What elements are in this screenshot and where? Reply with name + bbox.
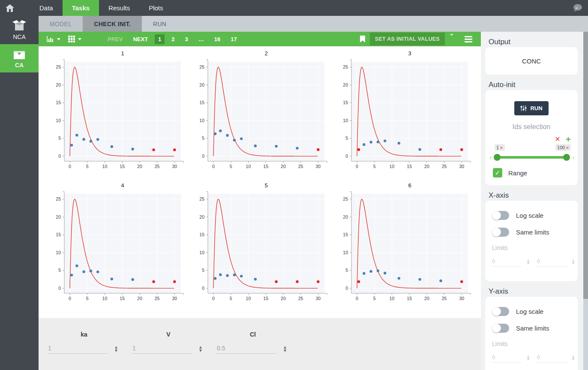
svg-text:5: 5 — [86, 296, 89, 301]
subject-plots-grid: 0510152025051015202530105101520250510152… — [39, 46, 481, 310]
xaxis-limit-min-spinner[interactable]: ▲▼ — [526, 259, 530, 265]
svg-text:5: 5 — [230, 164, 232, 169]
plots-toolbar: PREV NEXT 123…1617 SET AS INITIAL VALUES — [39, 32, 481, 46]
range-checkbox[interactable]: ✓ — [493, 168, 502, 177]
ids-range-slider: 1✕ 100✕ ‹ › — [491, 144, 572, 166]
panel-scrollbar[interactable] — [583, 32, 588, 370]
param-spinner-ka[interactable]: ▲▼ — [114, 346, 118, 352]
svg-text:25: 25 — [199, 64, 204, 69]
yaxis-limit-min-spinner[interactable]: ▲▼ — [526, 355, 530, 361]
page-buttons: 123…1617 — [153, 34, 242, 44]
param-value-cl[interactable]: 0.5 — [216, 344, 277, 354]
nav-item-tasks[interactable]: Tasks — [63, 0, 99, 16]
panel-scrollbar-thumb[interactable] — [583, 32, 588, 299]
svg-text:0: 0 — [345, 286, 348, 291]
subtab-model[interactable]: MODEL — [39, 16, 83, 32]
sidebar-item-label: CA — [15, 62, 24, 69]
sidebar-item-label: NCA — [13, 33, 26, 40]
prev-page-button[interactable]: PREV — [104, 34, 126, 44]
svg-text:0: 0 — [69, 296, 71, 301]
run-button-label: RUN — [530, 105, 542, 111]
autoinit-section-title: Auto-init — [489, 81, 578, 89]
svg-text:25: 25 — [298, 164, 303, 169]
sidebar-item-nca[interactable]: NCA — [0, 16, 39, 44]
sidebar-item-ca[interactable]: CA — [0, 44, 39, 72]
yaxis-same-limits-toggle[interactable] — [492, 324, 509, 333]
param-input-row: 1▲▼ — [132, 344, 216, 354]
slider-left-chevron[interactable]: ‹ — [489, 153, 492, 161]
svg-text:0: 0 — [356, 296, 358, 301]
svg-text:5: 5 — [58, 135, 61, 141]
set-initial-dropdown[interactable] — [445, 36, 458, 42]
xaxis-log-scale-label: Log scale — [516, 212, 543, 219]
menu-icon[interactable] — [458, 36, 477, 42]
xaxis-section-title: X-axis — [489, 191, 578, 200]
svg-text:30: 30 — [459, 296, 464, 301]
xaxis-limit-max-spinner[interactable]: ▲▼ — [571, 259, 575, 265]
page-button-16[interactable]: 16 — [211, 34, 224, 44]
yaxis-limit-max-input[interactable]: 0 — [536, 353, 567, 363]
xaxis-log-scale-toggle[interactable] — [492, 211, 509, 220]
subject-plot-svg-3: 05101520250510152025303 — [333, 49, 474, 176]
slider-track[interactable] — [495, 156, 568, 159]
bookmark-icon[interactable] — [360, 36, 366, 43]
grid-layout-dropdown[interactable] — [64, 32, 85, 46]
slider-handle-min[interactable] — [494, 154, 501, 161]
yaxis-same-limits-label: Same limits — [516, 325, 549, 332]
yaxis-limit-max-spinner[interactable]: ▲▼ — [571, 355, 575, 361]
subject-plot-2: 05101520250510152025302 — [189, 49, 330, 177]
page-button-2[interactable]: 2 — [168, 34, 178, 44]
svg-text:20: 20 — [343, 214, 348, 220]
chart-icon — [47, 36, 54, 42]
param-value-ka[interactable]: 1 — [47, 344, 108, 354]
svg-text:2: 2 — [264, 50, 267, 57]
remove-min-icon[interactable]: ✕ — [500, 146, 503, 150]
svg-text:20: 20 — [281, 296, 286, 301]
svg-text:20: 20 — [199, 214, 204, 220]
param-spinner-cl[interactable]: ▲▼ — [283, 346, 287, 352]
main-menu: DataTasksResultsPlots — [30, 0, 173, 16]
subtab-run[interactable]: RUN — [142, 16, 177, 32]
app-root: DataTasksResultsPlots MODELCHECK INIT.RU… — [0, 0, 588, 370]
page-button-1[interactable]: 1 — [155, 34, 165, 44]
chat-bubble-icon[interactable] — [572, 4, 583, 12]
nav-item-results[interactable]: Results — [99, 0, 139, 16]
yaxis-log-scale-toggle[interactable] — [492, 307, 509, 316]
xaxis-same-limits-label: Same limits — [516, 229, 549, 236]
param-spinner-v[interactable]: ▲▼ — [198, 346, 203, 352]
nav-item-plots[interactable]: Plots — [139, 0, 172, 16]
subject-plot-svg-1: 05101520250510152025301 — [45, 49, 187, 176]
chevron-down-icon — [450, 34, 453, 42]
slider-handle-max[interactable] — [563, 154, 570, 161]
svg-text:0: 0 — [58, 153, 61, 159]
remove-id-icon[interactable]: ✕ — [555, 135, 560, 143]
xaxis-same-limits-toggle[interactable] — [492, 228, 509, 237]
plot-type-dropdown[interactable] — [43, 32, 64, 46]
page-button-3[interactable]: 3 — [182, 34, 192, 44]
svg-text:25: 25 — [343, 64, 348, 69]
svg-text:10: 10 — [246, 296, 251, 301]
yaxis-limit-min-input[interactable]: 0 — [491, 353, 522, 363]
home-button[interactable] — [0, 0, 20, 16]
slider-min-chip[interactable]: 1✕ — [495, 144, 505, 151]
add-id-icon[interactable]: + — [566, 136, 571, 143]
set-as-initial-values-button[interactable]: SET AS INITIAL VALUES — [370, 33, 445, 45]
param-value-v[interactable]: 1 — [132, 344, 192, 354]
subtab-checkinit[interactable]: CHECK INIT. — [83, 16, 142, 32]
page-button-17[interactable]: 17 — [227, 34, 240, 44]
svg-text:20: 20 — [56, 82, 61, 87]
svg-text:20: 20 — [424, 164, 429, 169]
autoinit-run-button[interactable]: RUN — [514, 101, 548, 115]
xaxis-limit-max-input[interactable]: 0 — [536, 257, 567, 267]
svg-text:5: 5 — [373, 164, 376, 169]
task-subtabs: MODELCHECK INIT.RUN — [39, 16, 588, 32]
svg-text:10: 10 — [56, 118, 61, 123]
slider-max-chip[interactable]: 100✕ — [555, 144, 571, 151]
svg-text:0: 0 — [202, 286, 204, 291]
nav-item-data[interactable]: Data — [30, 0, 63, 16]
svg-text:25: 25 — [442, 164, 447, 169]
xaxis-limit-min-input[interactable]: 0 — [491, 257, 522, 267]
slider-right-chevron[interactable]: › — [572, 153, 574, 161]
next-page-button[interactable]: NEXT — [129, 34, 151, 44]
remove-max-icon[interactable]: ✕ — [566, 146, 569, 150]
